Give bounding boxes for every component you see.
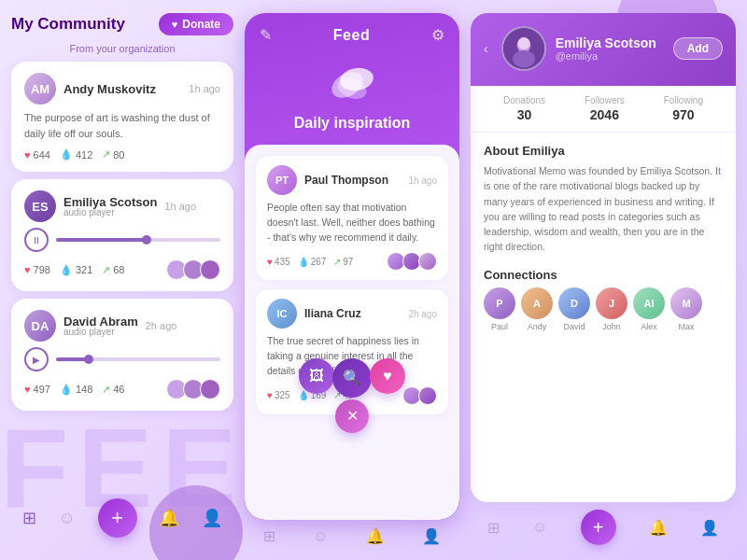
post-card-paul: PT Paul Thompson 1h ago People often say… — [256, 156, 448, 280]
connection-paul: P Paul — [484, 287, 515, 331]
profile-header: ‹ Emiliya Scotson @emiliya Add — [471, 13, 736, 86]
left-title: My Community — [11, 15, 125, 34]
main-container: My Community ♥ Donate From your organiza… — [0, 0, 747, 560]
center-nav-grid[interactable]: ⊞ — [263, 527, 275, 545]
leaf-icon — [324, 59, 380, 105]
nav-bell-icon[interactable]: 🔔 — [159, 508, 179, 528]
profile-name: Emiliya Scotson — [556, 35, 664, 50]
add-button[interactable]: Add — [673, 37, 723, 60]
card-stats-emiliya: ♥798 💧321 ↗68 — [24, 259, 220, 280]
post-text-paul: People often say that motivation doesn't… — [267, 201, 437, 245]
nav-smiley-icon[interactable]: ☺ — [59, 509, 76, 528]
conn-avatar-david: D — [558, 287, 590, 319]
conn-avatar-andy: A — [521, 287, 553, 319]
right-nav-smiley[interactable]: ☺ — [532, 519, 547, 536]
connection-david: D David — [558, 287, 590, 331]
avatar-paul: PT — [267, 165, 297, 195]
card-text-andy: The purpose of art is washing the dust o… — [24, 110, 220, 141]
connection-andy: A Andy — [521, 287, 553, 331]
fab-search[interactable]: 🔍 — [332, 358, 372, 398]
card-header-andy: AM Andy Muskovitz 1h ago — [24, 73, 220, 105]
left-bottom-nav: ⊞ ☺ + 🔔 👤 — [11, 489, 233, 547]
right-nav-user[interactable]: 👤 — [700, 519, 719, 537]
avatar-andy: AM — [24, 73, 56, 105]
profile-handle: @emiliya — [556, 50, 664, 62]
stat-drops-andy: 💧412 — [60, 148, 92, 161]
connections-title: Connections — [484, 268, 723, 282]
back-button[interactable]: ‹ — [484, 41, 488, 56]
connection-alex: Al Alex — [633, 287, 665, 331]
stat-drops-david: 💧148 — [60, 384, 92, 396]
feed-hero: Daily inspiration — [245, 44, 459, 145]
center-nav-bell[interactable]: 🔔 — [366, 527, 385, 545]
connection-john: J John — [596, 287, 627, 331]
fab-close[interactable]: ✕ — [335, 399, 369, 433]
post-time-paul: 1h ago — [408, 175, 437, 186]
center-bottom-nav: ⊞ ☺ 🔔 👤 — [245, 520, 459, 547]
post-name-paul: Paul Thompson — [304, 174, 401, 187]
card-stats-andy: ♥644 💧412 ↗80 — [24, 148, 220, 161]
feed-title: Feed — [333, 27, 370, 44]
center-nav-user[interactable]: 👤 — [422, 527, 441, 545]
post-shares-paul: ↗97 — [333, 257, 353, 267]
nav-user-icon[interactable]: 👤 — [202, 508, 222, 528]
profile-avatar — [501, 26, 546, 71]
post-hearts-paul: ♥435 — [267, 257, 290, 267]
donations-label: Donations — [503, 95, 545, 105]
conn-avatar-paul: P — [484, 287, 515, 319]
avatar-emiliya: ES — [24, 190, 56, 222]
play-button-emiliya[interactable]: ⏸ — [24, 228, 49, 252]
feed-card: ✎ Feed ⚙ Daily inspiration — [245, 13, 459, 520]
avatar-mini-d3 — [200, 379, 220, 399]
heart-icon: ♥ — [172, 19, 178, 30]
profile-stats: Donations 30 Followers 2046 Following 97… — [471, 86, 736, 133]
progress-dot-emiliya — [142, 235, 151, 245]
settings-icon[interactable]: ⚙ — [431, 26, 444, 44]
post-header-iliana: IC Iliana Cruz 2h ago — [267, 299, 437, 329]
center-nav-smiley[interactable]: ☺ — [313, 528, 328, 545]
play-button-david[interactable]: ▶ — [24, 347, 49, 371]
audio-player-emiliya: ⏸ — [24, 228, 220, 252]
right-nav-bell[interactable]: 🔔 — [649, 519, 668, 537]
conn-avatar-john: J — [596, 287, 627, 319]
about-title: About Emiliya — [484, 144, 723, 158]
edit-icon[interactable]: ✎ — [260, 26, 272, 44]
david-name-group: David Abram audio player — [63, 315, 138, 337]
donations-value: 30 — [517, 107, 532, 122]
stat-shares-emiliya: ↗68 — [102, 264, 124, 276]
progress-bar-david[interactable] — [56, 357, 220, 361]
conn-name-david: David — [563, 322, 585, 331]
add-circle-button[interactable]: + — [98, 498, 137, 538]
fab-cluster: 🖼 🔍 ♥ ✕ — [282, 357, 422, 441]
stat-shares-andy: ↗80 — [102, 148, 124, 161]
conn-avatar-alex: Al — [633, 287, 665, 319]
right-panel: ‹ Emiliya Scotson @emiliya Add — [471, 13, 736, 547]
card-time-andy: 1h ago — [189, 83, 220, 94]
donate-button[interactable]: ♥ Donate — [159, 13, 233, 35]
avatar-mini-3 — [200, 259, 220, 280]
post-card-iliana: IC Iliana Cruz 2h ago The true secret of… — [256, 289, 448, 413]
progress-bar-emiliya[interactable] — [56, 238, 220, 242]
left-header: My Community ♥ Donate — [11, 13, 233, 35]
card-time-emiliya: 1h ago — [164, 201, 196, 212]
fab-image[interactable]: 🖼 — [299, 358, 334, 394]
stat-drops-emiliya: 💧321 — [60, 264, 92, 276]
right-nav-grid[interactable]: ⊞ — [487, 519, 500, 537]
avatar-group-emiliya — [166, 259, 220, 280]
svg-point-5 — [513, 50, 535, 67]
community-card-david: DA David Abram audio player 2h ago ▶ ♥49… — [11, 299, 233, 411]
from-org-label: From your organization — [11, 43, 233, 54]
fab-heart[interactable]: ♥ — [370, 358, 405, 394]
nav-grid-icon[interactable]: ⊞ — [22, 508, 36, 528]
right-bottom-nav: ⊞ ☺ + 🔔 👤 — [471, 502, 736, 547]
about-text: Motivational Memo was founded by Emiliya… — [484, 163, 723, 255]
card-header-david: DA David Abram audio player 2h ago — [24, 310, 220, 342]
profile-info: Emiliya Scotson @emiliya — [556, 35, 664, 62]
profile-card: ‹ Emiliya Scotson @emiliya Add — [471, 13, 736, 502]
post-avatars-paul — [389, 252, 437, 271]
right-add-button[interactable]: + — [581, 510, 616, 545]
avatar-group-david — [166, 379, 220, 399]
liker-avatar-3 — [418, 252, 437, 271]
followers-value: 2046 — [590, 107, 619, 122]
card-time-david: 2h ago — [146, 320, 177, 331]
